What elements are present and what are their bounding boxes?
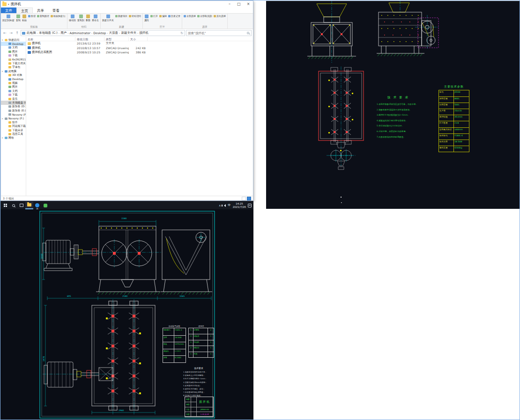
search-button[interactable] bbox=[9, 202, 17, 209]
ribbon-button[interactable]: 复制 bbox=[15, 14, 21, 22]
ribbon-button[interactable]: 复制到 bbox=[77, 14, 85, 22]
ribbon-button[interactable]: 复制路径 bbox=[37, 14, 50, 18]
cad-paper-viewport[interactable]: 1580 1060 695 2580 1065 1470 1960 传动装置参数… bbox=[0, 209, 253, 420]
nav-item[interactable]: 下载文档夹 bbox=[1, 61, 26, 65]
tab-view[interactable]: 查看 bbox=[48, 7, 64, 13]
edge-taskbar-button[interactable] bbox=[33, 202, 41, 209]
nav-item[interactable]: 迅雷工具 bbox=[1, 132, 26, 136]
ribbon-button[interactable]: 编辑 bbox=[159, 14, 167, 18]
param-name: 整机质量 bbox=[439, 146, 454, 152]
param-name: 电机功率 bbox=[439, 140, 454, 146]
nav-item[interactable]: 本地磁盘 (C:) bbox=[1, 101, 26, 104]
breadcrumb-item[interactable]: Administrator bbox=[69, 31, 93, 35]
ribbon-button[interactable]: 固定到快速访问 bbox=[2, 14, 15, 22]
ribbon-button[interactable]: 全部取消选择 bbox=[197, 14, 213, 18]
nav-item[interactable]: Nevony (F:) bbox=[1, 117, 26, 120]
nav-item[interactable]: 音乐 bbox=[1, 97, 26, 101]
nav-item-label: 视频 bbox=[12, 81, 18, 85]
up-button[interactable]: ↑ bbox=[15, 30, 20, 36]
breadcrumb-item[interactable]: 大漠盘 bbox=[109, 31, 121, 35]
nav-item[interactable]: 下载 bbox=[1, 54, 26, 58]
plan-bearing-marks bbox=[111, 315, 135, 392]
nav-item[interactable]: 新加卷 (E:) bbox=[1, 109, 26, 112]
ime-indicator[interactable]: 中 bbox=[228, 203, 231, 207]
minimize-button[interactable]: – bbox=[225, 1, 234, 7]
breadcrumb-item[interactable]: 用户 bbox=[60, 31, 69, 35]
breadcrumb-item[interactable]: 本地磁盘 (C:) bbox=[38, 31, 60, 35]
nav-item-label: 6x26281112S bbox=[12, 58, 26, 61]
start-button[interactable] bbox=[1, 202, 9, 209]
ribbon-button[interactable]: 新建文件夹 bbox=[102, 14, 114, 22]
tab-share[interactable]: 共享 bbox=[33, 7, 48, 13]
quick-access-toolbar-arrow-icon[interactable]: ▾ bbox=[7, 3, 11, 6]
ribbon-button[interactable]: 属性 bbox=[144, 14, 149, 22]
ribbon-button[interactable]: 全部选择 bbox=[183, 14, 196, 18]
nav-item[interactable]: 文档 bbox=[1, 89, 26, 93]
column-header-name[interactable]: 名称 bbox=[26, 37, 75, 41]
ribbon-button[interactable]: 重命名 bbox=[91, 14, 99, 22]
nav-item[interactable]: Desktop bbox=[1, 42, 26, 45]
nav-item[interactable]: 文档 bbox=[1, 46, 26, 50]
breadcrumb-box[interactable]: 此电脑 本地磁盘 (C:) 用户 Administrator Desktop bbox=[21, 30, 185, 36]
file-row[interactable]: 搅拌机 2013/6/12 23:59 文件夹 bbox=[26, 41, 253, 46]
nav-item-icon bbox=[5, 70, 7, 73]
centerlines bbox=[327, 1, 439, 166]
back-button[interactable]: ← bbox=[2, 30, 7, 36]
column-header-size[interactable]: 大小 bbox=[129, 37, 148, 41]
ribbon-button[interactable]: 反向选择 bbox=[213, 14, 226, 18]
nav-item[interactable]: Desktop bbox=[1, 77, 26, 81]
maximize-button[interactable]: □ bbox=[234, 1, 244, 7]
nav-item[interactable]: 软件 bbox=[1, 120, 26, 124]
forward-button[interactable]: → bbox=[8, 30, 14, 36]
ribbon-button[interactable]: 打开 bbox=[150, 14, 158, 18]
breadcrumb-item[interactable]: Desktop bbox=[93, 31, 108, 35]
tab-file[interactable]: 文件 bbox=[1, 7, 16, 13]
nav-item[interactable]: 图片 bbox=[1, 50, 26, 53]
file-date: 2010/8/13 10:57 bbox=[75, 46, 104, 50]
close-button[interactable]: × bbox=[244, 1, 253, 7]
nav-item[interactable]: 3D 对象 bbox=[1, 74, 26, 77]
file-row[interactable]: 搅拌机总装配图 2008/9/23 10:25 ZWCAD Drawing 38… bbox=[26, 50, 253, 55]
nav-item[interactable]: 下载 bbox=[1, 93, 26, 96]
nav-item[interactable]: Nevony (F:) bbox=[1, 112, 26, 116]
refresh-icon[interactable] bbox=[179, 31, 185, 35]
nav-item[interactable]: 同花顺下载 bbox=[1, 125, 26, 128]
column-header-date[interactable]: 修改日期 bbox=[75, 37, 104, 41]
nav-item[interactable]: 新加卷 (D:) bbox=[1, 105, 26, 109]
nav-item[interactable]: 此电脑 bbox=[1, 69, 26, 73]
chat-app-taskbar-button[interactable] bbox=[41, 202, 49, 209]
nav-item[interactable]: 下载目录 bbox=[1, 128, 26, 132]
task-view-button[interactable] bbox=[17, 202, 25, 209]
ribbon-button[interactable]: 历史记录 bbox=[168, 14, 181, 18]
nav-item[interactable]: 6x26281112S bbox=[1, 58, 26, 61]
ribbon-button[interactable]: 移动到 bbox=[68, 14, 76, 22]
nav-item[interactable]: 视频 bbox=[1, 81, 26, 85]
breadcrumb-item[interactable]: 新建文件夹 bbox=[120, 31, 139, 35]
ribbon-button[interactable]: 轻松访问 bbox=[128, 14, 141, 18]
ribbon-button[interactable]: 剪切 bbox=[28, 14, 36, 18]
ribbon-button[interactable]: 粘贴快捷方式 bbox=[50, 14, 66, 18]
notification-center-icon[interactable] bbox=[248, 204, 252, 207]
ribbon-button[interactable]: 删除 bbox=[85, 14, 91, 22]
search-input[interactable] bbox=[186, 31, 247, 35]
titleblock-scale-sheet: 1:10 共1张 bbox=[197, 412, 213, 417]
clock[interactable]: 14:25 2021/7/26 bbox=[233, 202, 246, 208]
tray-chevron-icon[interactable]: ∧ bbox=[219, 204, 221, 207]
ribbon-button[interactable]: 新建项目 bbox=[115, 14, 128, 18]
nav-item[interactable]: 字体包 bbox=[1, 66, 26, 69]
volume-icon[interactable] bbox=[223, 204, 226, 207]
ribbon-button[interactable]: 粘贴 bbox=[22, 14, 27, 22]
column-header-type[interactable]: 类型 bbox=[104, 37, 129, 41]
nav-item[interactable]: 网络 bbox=[1, 136, 26, 140]
file-explorer-taskbar-button[interactable] bbox=[25, 202, 33, 209]
nav-item[interactable]: 图片 bbox=[1, 85, 26, 89]
details-view-toggle[interactable] bbox=[242, 197, 246, 200]
breadcrumb-item[interactable]: 此电脑 bbox=[26, 31, 38, 35]
tab-home[interactable]: 主页 bbox=[16, 7, 33, 13]
file-row[interactable]: 搅拌机 2010/8/13 10:57 ZWCAD Drawing 242 KB bbox=[26, 46, 253, 51]
cad-model-viewport[interactable]: 技 术 要 求 1.各部件装配后转动应灵活可靠，不得卡滞。2.装配前零件须清洗干… bbox=[266, 1, 520, 209]
nav-item[interactable]: 快速访问 bbox=[1, 38, 26, 42]
breadcrumb-item[interactable]: 搅拌机 bbox=[139, 31, 150, 35]
param-name: 电机型号 bbox=[439, 134, 454, 140]
thumbnail-view-toggle[interactable] bbox=[247, 197, 251, 200]
